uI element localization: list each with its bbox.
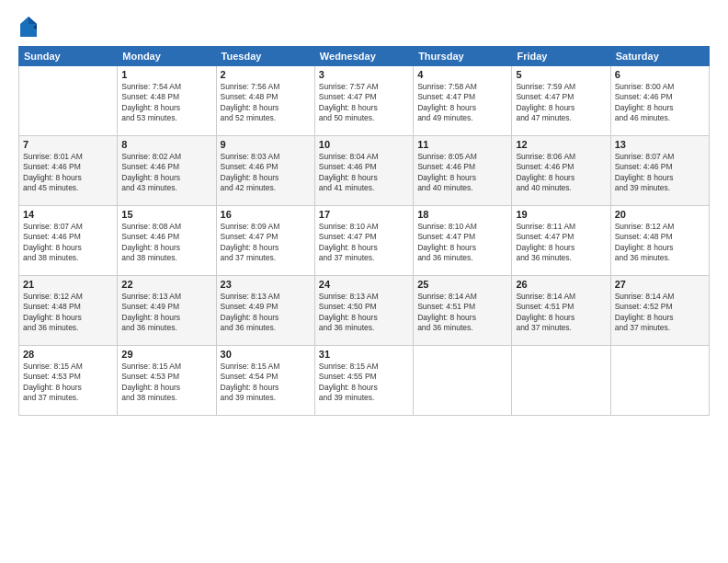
day-number: 23 [221,279,311,290]
day-info: Sunrise: 8:12 AM Sunset: 4:48 PM Dayligh… [615,222,705,264]
svg-marker-1 [28,17,37,24]
calendar-cell: 27Sunrise: 8:14 AM Sunset: 4:52 PM Dayli… [610,276,709,346]
day-info: Sunrise: 8:04 AM Sunset: 4:46 PM Dayligh… [319,152,409,194]
day-info: Sunrise: 8:01 AM Sunset: 4:46 PM Dayligh… [23,152,113,194]
calendar-table: SundayMondayTuesdayWednesdayThursdayFrid… [18,46,710,416]
day-number: 26 [516,279,606,290]
calendar-cell: 6Sunrise: 8:00 AM Sunset: 4:46 PM Daylig… [610,66,709,136]
header [18,17,710,37]
day-info: Sunrise: 7:56 AM Sunset: 4:48 PM Dayligh… [221,82,311,124]
day-info: Sunrise: 8:13 AM Sunset: 4:50 PM Dayligh… [319,292,409,334]
calendar-cell: 13Sunrise: 8:07 AM Sunset: 4:46 PM Dayli… [610,136,709,206]
day-number: 30 [221,349,311,360]
calendar-week-row: 7Sunrise: 8:01 AM Sunset: 4:46 PM Daylig… [19,136,710,206]
day-info: Sunrise: 8:05 AM Sunset: 4:46 PM Dayligh… [417,152,507,194]
day-info: Sunrise: 7:58 AM Sunset: 4:47 PM Dayligh… [417,82,507,124]
calendar-cell: 28Sunrise: 8:15 AM Sunset: 4:53 PM Dayli… [19,346,118,416]
day-number: 15 [121,209,211,220]
calendar-cell [414,346,512,416]
calendar-cell: 8Sunrise: 8:02 AM Sunset: 4:46 PM Daylig… [118,136,216,206]
day-info: Sunrise: 8:11 AM Sunset: 4:47 PM Dayligh… [516,222,606,264]
day-number: 8 [121,139,211,150]
calendar-cell: 29Sunrise: 8:15 AM Sunset: 4:53 PM Dayli… [118,346,216,416]
calendar-cell: 16Sunrise: 8:09 AM Sunset: 4:47 PM Dayli… [216,206,314,276]
calendar-cell: 19Sunrise: 8:11 AM Sunset: 4:47 PM Dayli… [512,206,610,276]
weekday-header-thursday: Thursday [414,47,512,66]
day-info: Sunrise: 8:00 AM Sunset: 4:46 PM Dayligh… [615,82,705,124]
calendar-body: 1Sunrise: 7:54 AM Sunset: 4:48 PM Daylig… [19,66,710,416]
calendar-cell: 31Sunrise: 8:15 AM Sunset: 4:55 PM Dayli… [314,346,413,416]
day-info: Sunrise: 8:03 AM Sunset: 4:46 PM Dayligh… [221,152,311,194]
calendar-cell: 12Sunrise: 8:06 AM Sunset: 4:46 PM Dayli… [512,136,610,206]
day-info: Sunrise: 8:15 AM Sunset: 4:53 PM Dayligh… [121,362,211,404]
day-number: 18 [417,209,507,220]
weekday-header-monday: Monday [118,47,216,66]
calendar-week-row: 21Sunrise: 8:12 AM Sunset: 4:48 PM Dayli… [19,276,710,346]
calendar-week-row: 1Sunrise: 7:54 AM Sunset: 4:48 PM Daylig… [19,66,710,136]
calendar-cell: 17Sunrise: 8:10 AM Sunset: 4:47 PM Dayli… [314,206,413,276]
day-info: Sunrise: 8:09 AM Sunset: 4:47 PM Dayligh… [221,222,311,264]
calendar-cell: 20Sunrise: 8:12 AM Sunset: 4:48 PM Dayli… [610,206,709,276]
day-number: 19 [516,209,606,220]
calendar-cell: 7Sunrise: 8:01 AM Sunset: 4:46 PM Daylig… [19,136,118,206]
day-info: Sunrise: 7:59 AM Sunset: 4:47 PM Dayligh… [516,82,606,124]
day-number: 9 [221,139,311,150]
calendar-cell [512,346,610,416]
day-number: 10 [319,139,409,150]
calendar-cell: 22Sunrise: 8:13 AM Sunset: 4:49 PM Dayli… [118,276,216,346]
day-info: Sunrise: 8:02 AM Sunset: 4:46 PM Dayligh… [121,152,211,194]
calendar-cell: 1Sunrise: 7:54 AM Sunset: 4:48 PM Daylig… [118,66,216,136]
day-info: Sunrise: 8:12 AM Sunset: 4:48 PM Dayligh… [23,292,113,334]
calendar-cell: 26Sunrise: 8:14 AM Sunset: 4:51 PM Dayli… [512,276,610,346]
calendar-page: SundayMondayTuesdayWednesdayThursdayFrid… [0,0,728,563]
calendar-cell: 21Sunrise: 8:12 AM Sunset: 4:48 PM Dayli… [19,276,118,346]
day-number: 29 [121,349,211,360]
day-number: 13 [615,139,705,150]
day-info: Sunrise: 8:08 AM Sunset: 4:46 PM Dayligh… [121,222,211,264]
day-number: 5 [516,69,606,80]
day-info: Sunrise: 8:14 AM Sunset: 4:51 PM Dayligh… [516,292,606,334]
logo-icon [20,17,37,37]
day-number: 2 [221,69,311,80]
calendar-cell: 30Sunrise: 8:15 AM Sunset: 4:54 PM Dayli… [216,346,314,416]
day-info: Sunrise: 7:57 AM Sunset: 4:47 PM Dayligh… [319,82,409,124]
day-info: Sunrise: 7:54 AM Sunset: 4:48 PM Dayligh… [121,82,211,124]
day-number: 24 [319,279,409,290]
day-info: Sunrise: 8:13 AM Sunset: 4:49 PM Dayligh… [221,292,311,334]
day-number: 25 [417,279,507,290]
day-number: 28 [23,349,113,360]
day-number: 11 [417,139,507,150]
day-info: Sunrise: 8:07 AM Sunset: 4:46 PM Dayligh… [615,152,705,194]
day-info: Sunrise: 8:15 AM Sunset: 4:55 PM Dayligh… [319,362,409,404]
weekday-header-wednesday: Wednesday [314,47,413,66]
day-info: Sunrise: 8:15 AM Sunset: 4:53 PM Dayligh… [23,362,113,404]
calendar-cell: 10Sunrise: 8:04 AM Sunset: 4:46 PM Dayli… [314,136,413,206]
day-number: 14 [23,209,113,220]
calendar-cell [610,346,709,416]
calendar-cell: 4Sunrise: 7:58 AM Sunset: 4:47 PM Daylig… [414,66,512,136]
calendar-week-row: 14Sunrise: 8:07 AM Sunset: 4:46 PM Dayli… [19,206,710,276]
day-number: 20 [615,209,705,220]
calendar-cell: 15Sunrise: 8:08 AM Sunset: 4:46 PM Dayli… [118,206,216,276]
day-number: 3 [319,69,409,80]
weekday-header-row: SundayMondayTuesdayWednesdayThursdayFrid… [19,47,710,66]
calendar-cell: 9Sunrise: 8:03 AM Sunset: 4:46 PM Daylig… [216,136,314,206]
day-info: Sunrise: 8:15 AM Sunset: 4:54 PM Dayligh… [221,362,311,404]
weekday-header-saturday: Saturday [610,47,709,66]
calendar-cell: 23Sunrise: 8:13 AM Sunset: 4:49 PM Dayli… [216,276,314,346]
calendar-header: SundayMondayTuesdayWednesdayThursdayFrid… [19,47,710,66]
weekday-header-tuesday: Tuesday [216,47,314,66]
day-number: 17 [319,209,409,220]
day-number: 31 [319,349,409,360]
weekday-header-sunday: Sunday [19,47,118,66]
calendar-cell: 11Sunrise: 8:05 AM Sunset: 4:46 PM Dayli… [414,136,512,206]
day-number: 7 [23,139,113,150]
day-info: Sunrise: 8:14 AM Sunset: 4:51 PM Dayligh… [417,292,507,334]
day-info: Sunrise: 8:13 AM Sunset: 4:49 PM Dayligh… [121,292,211,334]
day-number: 6 [615,69,705,80]
calendar-cell [19,66,118,136]
day-info: Sunrise: 8:14 AM Sunset: 4:52 PM Dayligh… [615,292,705,334]
day-number: 22 [121,279,211,290]
day-info: Sunrise: 8:07 AM Sunset: 4:46 PM Dayligh… [23,222,113,264]
calendar-cell: 2Sunrise: 7:56 AM Sunset: 4:48 PM Daylig… [216,66,314,136]
